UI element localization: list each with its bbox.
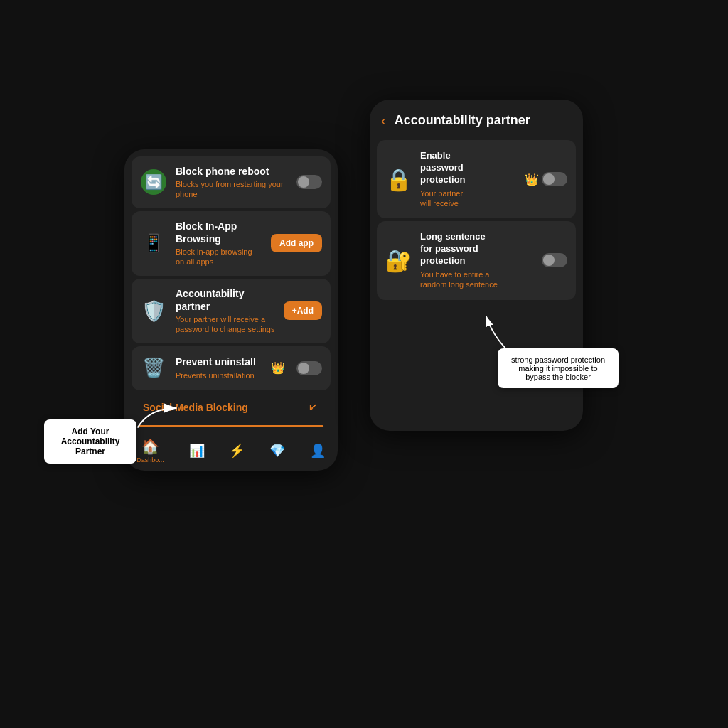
bottom-nav: 🏠 Dashbo... 📊 ⚡ 💎 👤	[124, 432, 338, 471]
long-lock-icon: 🔐	[385, 247, 412, 274]
nav-stats[interactable]: 📊	[189, 443, 205, 459]
callout-right-text: strong password protection making it imp…	[511, 355, 605, 381]
prevent-uninstall-item: 🗑️ Prevent uninstall Prevents uninstalla…	[132, 346, 331, 390]
long-sentence-title: Long sentencefor passwordprotection	[420, 231, 533, 267]
password-protection-toggle-area: 👑	[525, 172, 567, 186]
inapp-text: Block In-App Browsing Block in-app brows…	[176, 220, 262, 267]
accountability-title: Accountability partner	[176, 287, 275, 313]
dashboard-icon: 🏠	[141, 438, 159, 455]
password-protection-text: Enablepasswordprotection Your partnerwil…	[420, 150, 516, 208]
long-sentence-text: Long sentencefor passwordprotection You …	[420, 231, 533, 289]
uninstall-text: Prevent uninstall Prevents uninstallatio…	[176, 355, 262, 380]
long-sentence-item: 🔐 Long sentencefor passwordprotection Yo…	[377, 221, 576, 299]
nav-gem[interactable]: 💎	[269, 443, 285, 459]
callout-right: strong password protection making it imp…	[498, 348, 619, 388]
uninstall-desc: Prevents uninstallation	[176, 370, 262, 380]
stats-icon: 📊	[189, 443, 205, 459]
uninstall-toggle[interactable]	[296, 361, 322, 375]
accountability-icon: 🛡️	[140, 297, 167, 324]
right-phone-title: Accountability partner	[395, 113, 530, 128]
uninstall-title: Prevent uninstall	[176, 355, 262, 368]
add-app-button[interactable]: Add app	[271, 234, 322, 252]
password-protection-toggle[interactable]	[542, 172, 567, 186]
password-protection-desc: Your partnerwill receive	[420, 188, 516, 209]
nav-profile[interactable]: 👤	[310, 443, 326, 459]
password-protection-title: Enablepasswordprotection	[420, 150, 516, 186]
reboot-toggle[interactable]	[296, 175, 322, 189]
long-sentence-toggle[interactable]	[542, 253, 567, 267]
inapp-icon: 📱	[140, 230, 167, 257]
reboot-title: Block phone reboot	[176, 165, 288, 178]
back-button[interactable]: ‹	[381, 112, 386, 129]
password-crown-icon: 👑	[525, 173, 539, 186]
crown-icon: 👑	[271, 361, 285, 375]
callout-left: Add Your Accountability Partner	[44, 419, 136, 464]
nav-dashboard[interactable]: 🏠 Dashbo...	[136, 438, 164, 464]
dashboard-label: Dashbo...	[136, 456, 164, 464]
reboot-text: Block phone reboot Blocks you from resta…	[176, 165, 288, 200]
reboot-icon: 🔄	[140, 168, 167, 196]
accountability-item: 🛡️ Accountability partner Your partner w…	[132, 279, 331, 343]
inapp-desc: Block in-app browsing on all apps	[176, 247, 262, 267]
nav-bolt[interactable]: ⚡	[229, 443, 245, 459]
gem-icon: 💎	[269, 443, 285, 459]
block-reboot-item: 🔄 Block phone reboot Blocks you from res…	[132, 156, 331, 208]
accountability-text: Accountability partner Your partner will…	[176, 287, 275, 335]
chevron-down-icon: 🗸	[306, 400, 319, 415]
uninstall-icon: 🗑️	[140, 355, 167, 382]
arrow-left-icon	[132, 392, 182, 432]
right-header: ‹ Accountability partner	[370, 100, 583, 137]
block-inapp-item: 📱 Block In-App Browsing Block in-app bro…	[132, 211, 331, 276]
password-protection-item: 🔒 Enablepasswordprotection Your partnerw…	[377, 140, 576, 218]
profile-icon: 👤	[310, 443, 326, 459]
arrow-right-icon	[476, 306, 515, 359]
add-plus-button[interactable]: +Add	[284, 301, 322, 320]
long-sentence-desc: You have to entire arandom long sentence	[420, 269, 533, 290]
lock-icon: 🔒	[385, 166, 412, 193]
reboot-desc: Blocks you from restarting your phone	[176, 179, 288, 200]
inapp-title: Block In-App Browsing	[176, 220, 262, 245]
accountability-desc: Your partner will receive a password to …	[176, 314, 275, 335]
bolt-icon: ⚡	[229, 443, 245, 459]
callout-left-text: Add Your Accountability Partner	[61, 427, 120, 456]
